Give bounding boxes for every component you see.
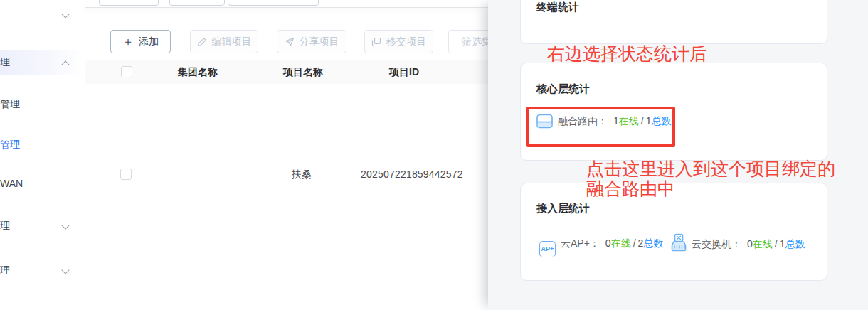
sidebar-item-label: 管理 bbox=[0, 98, 20, 111]
annotation-bottom-line1: 点击这里进入到这个项目绑定的 bbox=[586, 159, 835, 178]
cloud-switch-stat-link[interactable]: 云交换机：0在线/1总数 bbox=[670, 233, 821, 256]
value-separator: / bbox=[641, 115, 644, 127]
sidebar-section-collapsed-1[interactable]: 理 bbox=[0, 214, 85, 238]
search-input-1[interactable] bbox=[99, 0, 159, 6]
edit-project-button[interactable]: 编辑项目 bbox=[190, 30, 258, 53]
switch-stat-label: 云交换机： bbox=[692, 238, 741, 250]
switch-online-value: 0 bbox=[747, 238, 753, 250]
copy-icon bbox=[371, 37, 381, 47]
transfer-button-label: 移交项目 bbox=[386, 36, 426, 48]
cloud-ap-icon: AP+ bbox=[539, 241, 556, 257]
edit-button-label: 编辑项目 bbox=[212, 36, 252, 48]
router-online-unit: 在线 bbox=[619, 115, 639, 127]
router-total-unit: 总数 bbox=[651, 115, 671, 127]
column-header-project: 项目名称 bbox=[283, 60, 323, 84]
cloud-ap-stat-link[interactable]: AP+云AP+：0在线/2总数 bbox=[539, 235, 692, 257]
pencil-icon bbox=[197, 37, 207, 47]
value-separator: / bbox=[775, 238, 778, 250]
row-checkbox[interactable] bbox=[120, 169, 132, 180]
cloud-switch-icon bbox=[670, 233, 687, 256]
router-stat-link[interactable]: 融合路由：1在线/1总数 bbox=[531, 113, 672, 133]
sidebar-section-project[interactable]: 理 bbox=[0, 50, 85, 75]
status-statistics-drawer: 终端统计 右边选择状态统计后 核心层统计 融合路由：1在线/1总数 点击这里进入… bbox=[488, 0, 868, 310]
sidebar-item-label: 管理 bbox=[0, 139, 20, 151]
plus-icon: ＋ bbox=[122, 36, 134, 48]
terminal-stats-card: 终端统计 bbox=[520, 0, 827, 44]
core-layer-stats-title: 核心层统计 bbox=[521, 63, 827, 96]
add-button-label: 添加 bbox=[139, 36, 159, 48]
ap-total-unit: 总数 bbox=[643, 237, 663, 249]
sidebar-section-collapsed-2[interactable]: 理 bbox=[0, 259, 85, 283]
chevron-up-icon bbox=[62, 59, 70, 67]
value-separator: / bbox=[633, 237, 636, 249]
annotation-highlight-box: 融合路由：1在线/1总数 bbox=[526, 107, 675, 147]
transfer-project-button[interactable]: 移交项目 bbox=[364, 30, 433, 53]
sidebar-item-label: 理 bbox=[0, 220, 10, 232]
cell-project-name: 扶桑 bbox=[292, 169, 312, 181]
sidebar-collapsed-section[interactable] bbox=[0, 3, 85, 27]
ap-stat-label: 云AP+： bbox=[561, 237, 600, 249]
annotation-bottom-line2: 融合路由中 bbox=[586, 178, 835, 198]
ap-online-unit: 在线 bbox=[611, 237, 631, 249]
router-icon bbox=[536, 114, 553, 133]
annotation-top: 右边选择状态统计后 bbox=[547, 43, 707, 63]
sidebar-item-sdwan[interactable]: WAN bbox=[0, 171, 85, 196]
sidebar-item-project-management[interactable]: 管理 bbox=[0, 133, 85, 157]
router-online-value: 1 bbox=[613, 115, 619, 127]
sidebar-item-label: 理 bbox=[0, 264, 10, 277]
search-input-3[interactable] bbox=[228, 0, 319, 6]
search-input-2[interactable] bbox=[169, 0, 225, 6]
terminal-stats-title: 终端统计 bbox=[521, 0, 827, 14]
select-all-checkbox[interactable] bbox=[121, 66, 132, 78]
sidebar-item-group-management[interactable]: 管理 bbox=[0, 92, 85, 117]
send-icon bbox=[285, 37, 295, 47]
ap-online-value: 0 bbox=[605, 237, 611, 249]
column-header-id: 项目ID bbox=[389, 60, 419, 84]
add-button[interactable]: ＋ 添加 bbox=[110, 30, 171, 53]
share-button-label: 分享项目 bbox=[300, 36, 339, 48]
column-header-group: 集团名称 bbox=[178, 60, 218, 84]
annotation-bottom: 点击这里进入到这个项目绑定的 融合路由中 bbox=[586, 159, 835, 198]
cell-project-id: 202507221859442572 bbox=[361, 169, 463, 180]
switch-online-unit: 在线 bbox=[753, 238, 773, 250]
app-screen: 理 管理 管理 WAN 理 理 ＋ 添加 bbox=[0, 0, 868, 310]
router-stat-label: 融合路由： bbox=[558, 115, 608, 127]
core-layer-stats-card: 核心层统计 融合路由：1在线/1总数 bbox=[520, 63, 827, 161]
chevron-down-icon bbox=[62, 267, 70, 275]
sidebar-item-label: WAN bbox=[0, 178, 23, 189]
chevron-down-icon bbox=[62, 11, 70, 19]
sidebar: 理 管理 管理 WAN 理 理 bbox=[0, 0, 85, 310]
share-project-button[interactable]: 分享项目 bbox=[277, 30, 346, 53]
sidebar-item-label: 理 bbox=[0, 56, 10, 69]
switch-total-unit: 总数 bbox=[785, 238, 805, 250]
chevron-down-icon bbox=[62, 223, 70, 230]
